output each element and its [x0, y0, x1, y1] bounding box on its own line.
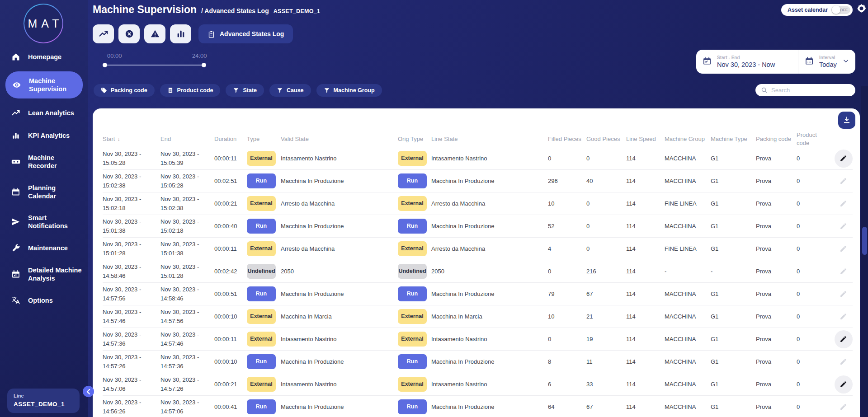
filter-chip-cause[interactable]: Cause: [269, 84, 311, 97]
type-badge: External: [247, 241, 276, 256]
cell-packing-code: Prova: [756, 403, 797, 412]
date-range-section[interactable]: Start - End Nov 30, 2023 - Now: [696, 50, 798, 74]
sidebar-item-homepage[interactable]: Homepage: [0, 49, 88, 65]
vertical-scrollbar[interactable]: [861, 86, 868, 417]
edit-row-button[interactable]: [835, 398, 853, 416]
edit-row-button[interactable]: [835, 217, 853, 235]
cell-start: Nov 30, 2023 -15:02:18: [103, 195, 160, 212]
sidebar-item-label: Machine Supervision: [29, 77, 77, 93]
export-button[interactable]: [838, 112, 855, 129]
column-header-product_code[interactable]: Product code: [797, 131, 834, 147]
cell-good-pieces: 33: [586, 380, 626, 389]
edit-row-button[interactable]: [835, 330, 853, 348]
line-widget[interactable]: Line ASSET_DEMO_1: [7, 389, 80, 413]
cell-duration: 00:02:51: [214, 177, 247, 186]
slider-start-label: 00:00: [107, 52, 122, 59]
cell-machine-type: G1: [711, 403, 756, 412]
column-header-line_state[interactable]: Line State: [431, 135, 548, 143]
filter-chip-state[interactable]: State: [226, 84, 264, 97]
sidebar-item-options[interactable]: Options: [0, 292, 88, 309]
stops-view-button[interactable]: [118, 24, 140, 43]
column-header-machine_group[interactable]: Machine Group: [665, 135, 711, 143]
cell-line-state: Macchina In Produzione: [431, 357, 548, 366]
column-header-good_pieces[interactable]: Good Pieces: [586, 135, 626, 143]
search-input[interactable]: [771, 87, 851, 94]
advanced-states-log-label: Advanced States Log: [220, 30, 284, 37]
sidebar-item-label: Lean Analytics: [28, 109, 74, 117]
sidebar-item-label: Homepage: [28, 53, 61, 61]
edit-row-button[interactable]: [835, 375, 853, 394]
asset-calendar-toggle[interactable]: OFF: [831, 6, 850, 14]
orig-type-badge: Undefined: [398, 264, 427, 279]
edit-row-button[interactable]: [835, 195, 853, 213]
column-header-orig_type[interactable]: Orig Type: [398, 135, 431, 143]
edit-row-button[interactable]: [835, 150, 853, 168]
edit-row-button[interactable]: [835, 172, 853, 190]
cell-machine-group: MACCHINA: [665, 357, 711, 366]
column-header-packing_code[interactable]: Packing code: [756, 135, 797, 143]
scrollbar-thumb[interactable]: [862, 227, 867, 255]
histogram-view-button[interactable]: [170, 24, 191, 43]
interval-section[interactable]: Interval Today: [798, 50, 855, 74]
sidebar-item-planning-calendar[interactable]: Planning Calendar: [0, 180, 88, 204]
wrench-icon: [11, 244, 21, 253]
cell-product-code: 0: [797, 335, 834, 344]
gear-icon: [856, 3, 867, 14]
alarms-view-button[interactable]: [144, 24, 165, 43]
filter-chip-machine-group[interactable]: Machine Group: [316, 84, 382, 97]
column-header-machine_type[interactable]: Machine Type: [711, 135, 756, 143]
cell-packing-code: Prova: [756, 357, 797, 366]
sidebar-item-lean-analytics[interactable]: Lean Analytics: [0, 105, 88, 121]
sidebar-item-smart-notifications[interactable]: Smart Notifications: [0, 210, 88, 234]
sidebar-item-kpi-analytics[interactable]: KPI Analytics: [0, 127, 88, 144]
column-header-duration[interactable]: Duration: [214, 135, 247, 143]
column-header-type[interactable]: Type: [247, 135, 281, 143]
settings-gear-button[interactable]: [856, 3, 867, 15]
column-header-line_speed[interactable]: Line Speed: [626, 135, 665, 143]
cell-product-code: 0: [797, 357, 834, 366]
chart-view-button[interactable]: [93, 24, 114, 43]
chevron-down-icon[interactable]: [843, 58, 849, 66]
cell-line-state: Intasamento Nastrino: [431, 154, 548, 163]
cell-valid-state: Intasamento Nastrino: [281, 335, 398, 344]
cell-filled-pieces: 4: [548, 244, 586, 253]
cell-machine-type: G1: [711, 199, 756, 208]
column-header-end[interactable]: End: [160, 135, 214, 143]
cell-line-speed: 114: [626, 222, 665, 231]
slider-handle-start[interactable]: [103, 63, 107, 67]
calendar-interval-icon: [805, 56, 814, 67]
cell-valid-state: Macchina In Produzione: [281, 357, 398, 366]
cell-end: Nov 30, 2023 -14:57:26: [160, 375, 214, 393]
filter-chip-product-code[interactable]: Product code: [160, 84, 221, 97]
cell-valid-state: Intasamento Nastrino: [281, 154, 398, 163]
sidebar-item-machine-supervision[interactable]: Machine Supervision: [5, 71, 83, 98]
sidebar-collapse-button[interactable]: [83, 386, 94, 397]
sidebar-item-maintenance[interactable]: Maintenance: [0, 240, 88, 256]
column-header-filled_pieces[interactable]: Filled Pieces: [548, 135, 586, 143]
pencil-icon: [840, 335, 847, 343]
time-range-slider[interactable]: [104, 65, 205, 66]
cell-edit: [834, 172, 853, 190]
cell-type: Undefined: [247, 264, 281, 279]
cell-type: Run: [247, 219, 281, 234]
edit-row-button[interactable]: [835, 285, 853, 303]
column-header-start[interactable]: Start↓: [103, 135, 160, 143]
edit-row-button[interactable]: [835, 353, 853, 371]
advanced-states-log-button[interactable]: Advanced States Log: [198, 24, 293, 43]
sidebar-item-machine-recorder[interactable]: Machine Recorder: [0, 150, 88, 173]
filter-chip-packing-code[interactable]: Packing code: [94, 84, 155, 97]
search-box: [755, 84, 855, 96]
edit-row-button[interactable]: [835, 262, 853, 281]
cell-packing-code: Prova: [756, 222, 797, 231]
slider-handle-end[interactable]: [202, 63, 206, 67]
cell-line-speed: 114: [626, 267, 665, 276]
edit-row-button[interactable]: [835, 308, 853, 326]
tag-icon: [101, 87, 107, 94]
table-row: Nov 30, 2023 -14:58:46Nov 30, 2023 -15:0…: [103, 260, 853, 283]
table-row: Nov 30, 2023 -15:01:28Nov 30, 2023 -15:0…: [103, 238, 853, 260]
sidebar-item-label: KPI Analytics: [28, 131, 70, 140]
edit-row-button[interactable]: [835, 240, 853, 258]
column-header-valid_state[interactable]: Valid State: [281, 135, 398, 143]
type-badge: External: [247, 332, 276, 347]
sidebar-item-detailed-machine-analysis[interactable]: Detailed Machine Analysis: [0, 262, 88, 286]
